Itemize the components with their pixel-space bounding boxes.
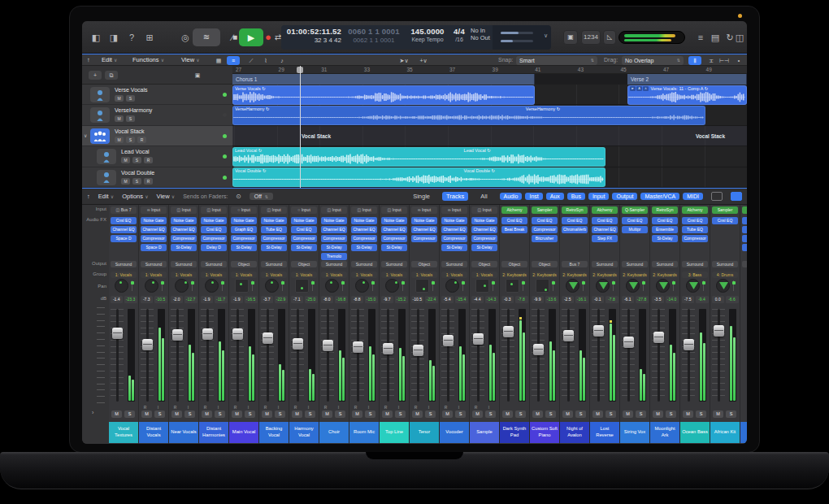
fx-slot[interactable]: Compressor: [231, 235, 257, 242]
audio-region[interactable]: Vocal Double ↻Vocal Double ↻: [232, 167, 605, 187]
channel-strip[interactable]: AlchemyCnsl EQChannel EQStep FXSurround2…: [590, 205, 619, 444]
track-name[interactable]: Vocal Stack: [115, 128, 145, 134]
output-slot[interactable]: Object: [291, 261, 317, 267]
input-slot[interactable]: ∞ Input: [411, 206, 437, 214]
solo-button[interactable]: S: [455, 411, 466, 418]
mute-button[interactable]: M: [623, 411, 633, 418]
mute-button[interactable]: M: [502, 411, 513, 418]
automation-icon[interactable]: ⟋: [245, 56, 258, 65]
track-lane[interactable]: VerseHarmony ↻VerseHarmony ↻: [232, 105, 747, 125]
input-slot[interactable]: Q-Sampler: [622, 206, 648, 214]
peak-level-value[interactable]: -13.6: [545, 296, 558, 303]
arrangement-marker[interactable]: Verse 2: [627, 74, 747, 85]
input-slot[interactable]: Sampler: [532, 206, 558, 214]
fx-slot[interactable]: Compressor: [141, 235, 167, 242]
fx-slot[interactable]: Cnsl EQ: [682, 217, 708, 224]
volume-value[interactable]: -7.1: [291, 296, 304, 303]
fx-slot[interactable]: Compressor: [291, 235, 317, 242]
person-icon[interactable]: [97, 149, 116, 164]
input-slot[interactable]: ◫ Input: [261, 206, 287, 214]
output-slot[interactable]: Surround: [712, 261, 738, 267]
mute-button[interactable]: M: [592, 411, 603, 418]
mute-button[interactable]: M: [472, 411, 483, 418]
input-slot[interactable]: ○ Input: [291, 206, 317, 214]
pan-spread-slider[interactable]: [222, 280, 223, 291]
peak-level-value[interactable]: -10.5: [154, 296, 167, 303]
filter-chip-input[interactable]: Input: [588, 193, 610, 200]
pan-knob[interactable]: [205, 279, 219, 293]
fx-slot[interactable]: Cnsl EQ: [201, 226, 227, 233]
solo-button[interactable]: S: [696, 411, 706, 418]
surround-panner[interactable]: [415, 279, 429, 293]
peak-level-value[interactable]: -14.0: [666, 296, 679, 303]
surround-panner[interactable]: [235, 279, 249, 293]
fader-track[interactable]: [597, 309, 600, 402]
solo-button[interactable]: S: [124, 411, 135, 418]
input-slot[interactable]: ◫ Input: [171, 206, 197, 214]
fx-slot[interactable]: Compressor: [201, 235, 227, 242]
fader-track[interactable]: [267, 309, 269, 402]
input-slot[interactable]: ∞ Input: [141, 206, 167, 214]
lcd-locator-right[interactable]: 0062 1 1 0001: [343, 37, 405, 45]
person-icon[interactable]: [90, 107, 110, 123]
audio-region[interactable]: VerseHarmony ↻VerseHarmony ↻: [232, 106, 705, 125]
solo-button[interactable]: S: [666, 411, 676, 418]
group-slot[interactable]: 1: Vocals: [141, 272, 167, 278]
browsers-icon[interactable]: ◨: [106, 31, 121, 44]
fx-slot[interactable]: Cnsl EQ: [291, 226, 317, 233]
fx-slot[interactable]: Noise Gate: [141, 217, 167, 224]
solo-button[interactable]: S: [395, 411, 406, 418]
group-slot[interactable]: 1: Vocals: [111, 272, 137, 278]
input-slot[interactable]: ◫ Input: [471, 206, 497, 214]
surround-panner[interactable]: [506, 279, 519, 293]
volume-value[interactable]: -6.1: [622, 296, 635, 303]
output-slot[interactable]: Surround: [171, 261, 197, 267]
pan-knob[interactable]: [596, 279, 610, 293]
fx-slot[interactable]: St-Delay: [171, 244, 197, 251]
pan-spread-slider[interactable]: [673, 280, 674, 291]
volume-value[interactable]: 0.0: [712, 296, 725, 303]
track-lane[interactable]: Lead Vocal ↻Lead Vocal ↻: [232, 146, 747, 167]
fx-slot[interactable]: Cnsl EQ: [532, 217, 558, 224]
record-input-buttons[interactable]: R I: [470, 405, 499, 410]
record-input-buttons[interactable]: R I: [349, 405, 379, 410]
channel-strip[interactable]: ◫ InputNoise GateChannel EQCompressorSt-…: [380, 205, 409, 444]
channel-name[interactable]: Distant Harmonies: [199, 422, 228, 443]
fader-track[interactable]: [327, 309, 329, 402]
mixer-back-icon[interactable]: ↑: [87, 193, 90, 200]
lcd-signature[interactable]: 4/4: [450, 27, 468, 37]
fader-cap[interactable]: [353, 341, 363, 353]
fx-slot[interactable]: St-Delay: [351, 244, 377, 251]
output-slot[interactable]: Surround: [441, 261, 467, 267]
mute-button[interactable]: M: [115, 115, 124, 122]
fx-slot[interactable]: Noise Gate: [291, 217, 317, 224]
filter-chip-audio[interactable]: Audio: [500, 193, 523, 200]
fx-slot[interactable]: St-Delay: [321, 244, 347, 251]
fx-slot[interactable]: Cnsl EQ: [111, 217, 137, 224]
metronome-button[interactable]: ◺: [603, 30, 616, 45]
lcd-tempo[interactable]: 145.0000: [405, 27, 450, 37]
filter-chip-inst[interactable]: Inst: [525, 193, 542, 200]
output-slot[interactable]: Surround: [261, 261, 287, 267]
fx-slot[interactable]: Tube EQ: [682, 226, 708, 233]
snap-dropdown[interactable]: Smart⇅: [516, 56, 597, 65]
fader-track[interactable]: [146, 309, 149, 402]
plugin-icon[interactable]: ⊞: [142, 31, 157, 44]
fx-slot[interactable]: Noise Gate: [351, 217, 377, 224]
output-slot[interactable]: Surround: [201, 261, 227, 267]
group-slot[interactable]: 2: Keyboards: [622, 272, 648, 278]
record-input-buttons[interactable]: R I: [319, 405, 349, 410]
volume-value[interactable]: -3.7: [261, 296, 274, 303]
scope-tracks-button[interactable]: Tracks: [442, 192, 468, 201]
filter-chip-output[interactable]: Output: [612, 193, 637, 200]
pan-spread-slider[interactable]: [312, 280, 313, 291]
fader-track[interactable]: [237, 309, 239, 402]
lcd-locator-left[interactable]: 0060 1 1 0001: [343, 27, 405, 37]
arrange-functions-menu[interactable]: Functions ∨: [132, 56, 164, 63]
output-slot[interactable]: Surround: [682, 261, 708, 267]
lcd-position-smpte[interactable]: 01:00:52:11.52: [281, 27, 341, 37]
fader-track[interactable]: [387, 309, 389, 402]
fader-cap[interactable]: [232, 328, 243, 340]
pan-knob[interactable]: [716, 279, 730, 293]
peak-level-value[interactable]: -22.4: [425, 296, 438, 303]
